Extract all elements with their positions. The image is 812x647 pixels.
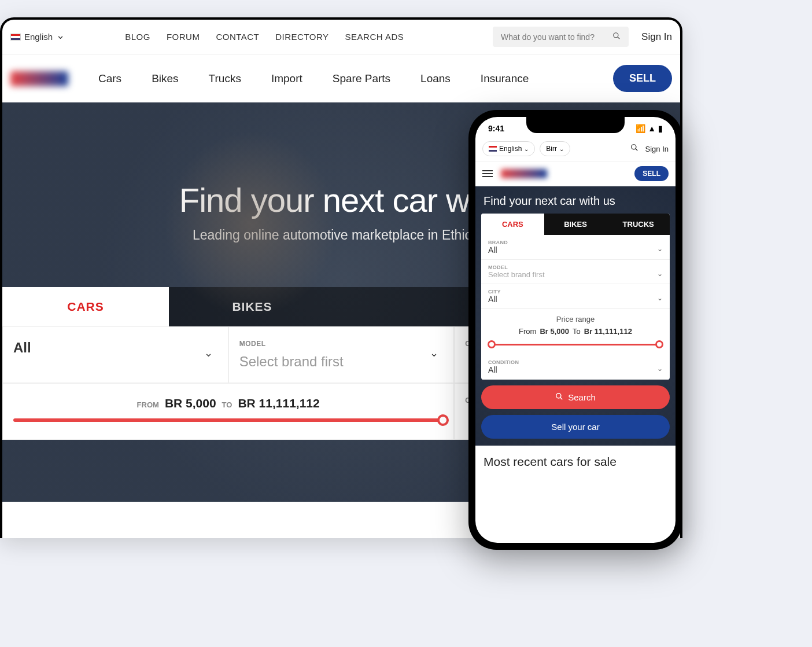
mobile-top-right: Sign In xyxy=(630,144,669,154)
mobile-model-placeholder: Select brand first xyxy=(488,270,663,279)
chevron-down-icon: ⌄ xyxy=(657,294,663,302)
mobile-sell-button[interactable]: SELL xyxy=(634,166,669,181)
mobile-price-title: Price range xyxy=(488,315,663,324)
slider-handle-right[interactable] xyxy=(655,340,663,348)
mobile-language-selector[interactable]: English ⌄ xyxy=(482,141,535,156)
model-filter[interactable]: MODEL Select brand first xyxy=(228,326,455,383)
search-icon xyxy=(555,392,563,402)
top-links: BLOG FORUM CONTACT DIRECTORY SEARCH ADS xyxy=(125,32,404,42)
price-slider[interactable] xyxy=(13,418,443,422)
wifi-icon: ▲ xyxy=(648,124,656,133)
mobile-condition-value: All xyxy=(488,365,663,374)
sell-button[interactable]: SELL xyxy=(613,65,672,92)
mobile-logo[interactable] xyxy=(501,169,547,178)
mobile-city-value: All xyxy=(488,295,663,304)
mobile-brand-label: BRAND xyxy=(488,240,663,245)
nav-loans[interactable]: Loans xyxy=(420,72,451,85)
model-placeholder: Select brand first xyxy=(239,354,444,370)
mobile-city-filter[interactable]: CITY All ⌄ xyxy=(481,284,670,309)
chevron-down-icon xyxy=(430,348,438,361)
signin-link[interactable]: Sign In xyxy=(641,31,672,43)
hero-image xyxy=(164,131,338,317)
status-icons: 📶 ▲ ▮ xyxy=(636,124,663,133)
tab-cars[interactable]: CARS xyxy=(2,287,169,326)
mobile-price-range: Price range From Br 5,000 To Br 11,111,1… xyxy=(481,309,670,355)
top-link-blog[interactable]: BLOG xyxy=(125,32,150,42)
svg-line-1 xyxy=(618,37,620,39)
to-label: TO xyxy=(222,400,232,409)
mobile-model-filter[interactable]: MODEL Select brand first ⌄ xyxy=(481,260,670,284)
search-icon[interactable] xyxy=(612,32,621,42)
svg-point-2 xyxy=(631,145,636,149)
mobile-signin-link[interactable]: Sign In xyxy=(645,145,669,153)
mobile-top-bar: English ⌄ Birr ⌄ Sign In xyxy=(475,137,676,161)
battery-icon: ▮ xyxy=(658,124,663,133)
nav-bikes[interactable]: Bikes xyxy=(152,72,178,85)
price-range-filter[interactable]: FROM BR 5,000 TO BR 11,111,112 xyxy=(2,383,454,440)
brand-value: All xyxy=(13,340,217,356)
mobile-price-slider[interactable] xyxy=(490,344,660,345)
model-label: MODEL xyxy=(239,340,444,348)
mobile-currency-selector[interactable]: Birr ⌄ xyxy=(540,141,570,156)
main-nav: Cars Bikes Trucks Import Spare Parts Loa… xyxy=(2,54,680,102)
mobile-tab-cars[interactable]: CARS xyxy=(481,214,544,235)
nav-import[interactable]: Import xyxy=(271,72,302,85)
brand-filter[interactable]: All xyxy=(2,326,228,383)
mobile-tabs: CARS BIKES TRUCKS xyxy=(481,214,670,235)
flag-icon xyxy=(489,146,497,152)
nav-trucks[interactable]: Trucks xyxy=(209,72,241,85)
mobile-language-label: English xyxy=(499,145,522,153)
from-label: FROM xyxy=(137,400,159,409)
mobile-search-button[interactable]: Search xyxy=(481,385,670,409)
top-right: Sign In xyxy=(493,27,672,47)
mobile-tab-bikes[interactable]: BIKES xyxy=(544,214,607,235)
mobile-condition-filter[interactable]: CONDITION All ⌄ xyxy=(481,355,670,380)
top-bar: English BLOG FORUM CONTACT DIRECTORY SEA… xyxy=(2,20,680,54)
chevron-down-icon: ⌄ xyxy=(559,146,564,152)
search-icon[interactable] xyxy=(630,144,638,154)
status-time: 9:41 xyxy=(488,124,504,133)
menu-icon[interactable] xyxy=(482,170,493,177)
chevron-down-icon xyxy=(56,31,65,43)
mobile-from-value: Br 5,000 xyxy=(540,327,569,336)
mobile-sell-car-button[interactable]: Sell your car xyxy=(481,415,670,439)
top-link-searchads[interactable]: SEARCH ADS xyxy=(345,32,404,42)
chevron-down-icon: ⌄ xyxy=(524,146,529,152)
mobile-brand-value: All xyxy=(488,245,663,255)
slider-handle[interactable] xyxy=(437,414,449,426)
mobile-brand-filter[interactable]: BRAND All ⌄ xyxy=(481,235,670,260)
mobile-hero-title: Find your next car with us xyxy=(481,194,670,208)
chevron-down-icon: ⌄ xyxy=(657,269,663,277)
top-link-forum[interactable]: FORUM xyxy=(167,32,200,42)
mobile-currency-label: Birr xyxy=(546,145,557,153)
chevron-down-icon: ⌄ xyxy=(657,245,663,253)
nav-spare[interactable]: Spare Parts xyxy=(333,72,390,85)
mobile-recent-heading: Most recent cars for sale xyxy=(475,446,676,478)
signal-icon: 📶 xyxy=(636,124,645,133)
mobile-from-label: From xyxy=(519,327,536,336)
slider-handle-left[interactable] xyxy=(488,340,496,348)
nav-insurance[interactable]: Insurance xyxy=(481,72,529,85)
svg-line-3 xyxy=(635,149,637,151)
mobile-tab-trucks[interactable]: TRUCKS xyxy=(607,214,670,235)
search-input[interactable] xyxy=(501,32,612,42)
search-box[interactable] xyxy=(493,27,629,47)
top-link-contact[interactable]: CONTACT xyxy=(216,32,259,42)
mobile-to-value: Br 11,111,112 xyxy=(584,327,632,336)
from-value: BR 5,000 xyxy=(165,396,216,410)
nav-cars[interactable]: Cars xyxy=(98,72,121,85)
top-link-directory[interactable]: DIRECTORY xyxy=(275,32,329,42)
mobile-model-label: MODEL xyxy=(488,264,663,270)
mobile-city-label: CITY xyxy=(488,289,663,295)
price-range-row: FROM BR 5,000 TO BR 11,111,112 xyxy=(13,396,443,410)
mobile-hero: Find your next car with us CARS BIKES TR… xyxy=(475,186,676,446)
logo[interactable] xyxy=(10,71,68,86)
phone-frame: 9:41 📶 ▲ ▮ English ⌄ Birr ⌄ Sign In xyxy=(468,110,682,550)
mobile-condition-label: CONDITION xyxy=(488,359,663,365)
svg-point-0 xyxy=(614,33,618,38)
mobile-to-label: To xyxy=(573,327,581,336)
chevron-down-icon: ⌄ xyxy=(657,365,663,373)
phone-screen: 9:41 📶 ▲ ▮ English ⌄ Birr ⌄ Sign In xyxy=(475,117,676,543)
language-selector[interactable]: English xyxy=(10,31,73,43)
svg-point-4 xyxy=(556,394,561,398)
